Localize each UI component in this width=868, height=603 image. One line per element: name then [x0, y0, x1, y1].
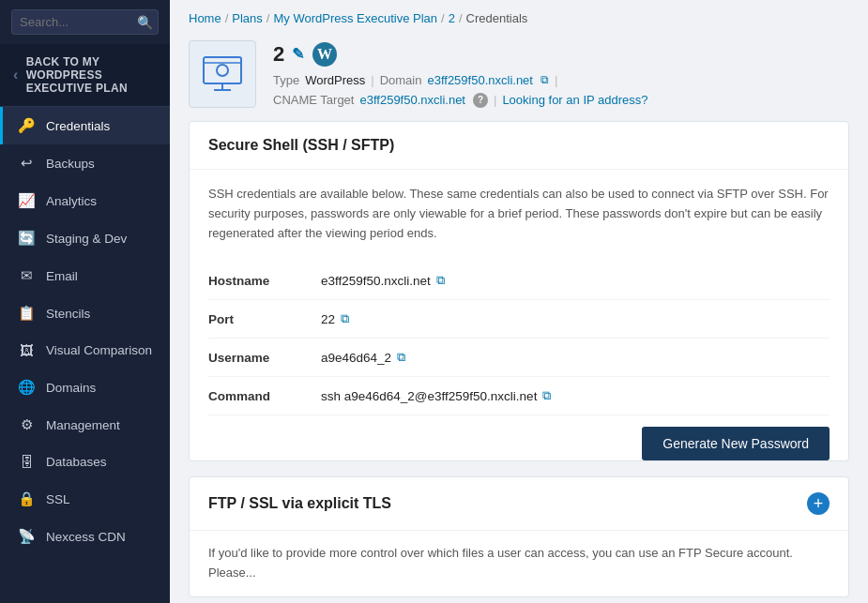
breadcrumb-plan-name[interactable]: My WordPress Executive Plan — [273, 11, 437, 25]
ssl-icon: 🔒 — [18, 490, 35, 507]
staging-icon: 🔄 — [18, 230, 35, 247]
sidebar-item-domains[interactable]: 🌐 Domains — [0, 369, 170, 406]
username-copy-icon[interactable]: ⧉ — [397, 350, 405, 365]
breadcrumb-plan-id[interactable]: 2 — [449, 11, 455, 25]
breadcrumb-sep: / — [459, 11, 463, 25]
sidebar-item-label: Visual Comparison — [46, 343, 152, 357]
hostname-text: e3ff259f50.nxcli.net — [321, 274, 431, 288]
sidebar-item-label: Stencils — [46, 307, 90, 321]
sidebar-item-label: Staging & Dev — [46, 232, 127, 246]
main-content: Home / Plans / My WordPress Executive Pl… — [170, 0, 868, 603]
generate-password-button[interactable]: Generate New Password — [642, 427, 830, 460]
sidebar-item-databases[interactable]: 🗄 Databases — [0, 444, 170, 480]
databases-icon: 🗄 — [18, 454, 35, 470]
sidebar-item-visual-comparison[interactable]: 🖼 Visual Comparison — [0, 332, 170, 369]
sidebar-item-management[interactable]: ⚙ Management — [0, 406, 170, 444]
command-label: Command — [208, 389, 321, 403]
management-icon: ⚙ — [18, 416, 35, 433]
svg-point-3 — [217, 65, 228, 76]
site-icon-box — [189, 40, 256, 108]
hostname-label: Hostname — [208, 274, 321, 288]
search-icon-button[interactable]: 🔍 — [137, 15, 153, 30]
port-text: 22 — [321, 312, 335, 326]
ftp-card-title: FTP / SSL via explicit TLS — [208, 495, 391, 512]
analytics-icon: 📈 — [18, 192, 35, 209]
domains-icon: 🌐 — [18, 379, 35, 396]
wordpress-logo: W — [312, 41, 338, 68]
back-to-plan[interactable]: ‹ BACK TO MY WORDPRESS EXECUTIVE PLAN — [0, 44, 170, 107]
sidebar-item-email[interactable]: ✉ Email — [0, 257, 170, 294]
breadcrumb: Home / Plans / My WordPress Executive Pl… — [170, 0, 868, 33]
domain-copy-icon[interactable]: ⧉ — [541, 73, 549, 86]
port-label: Port — [208, 312, 321, 326]
sidebar-item-label: Backups — [46, 157, 95, 171]
stencils-icon: 📋 — [18, 305, 35, 322]
type-label: Type — [273, 73, 299, 87]
sidebar-nav: 🔑 Credentials ↩ Backups 📈 Analytics 🔄 St… — [0, 107, 170, 555]
command-text: ssh a9e46d64_2@e3ff259f50.nxcli.net — [321, 389, 537, 403]
sidebar-item-analytics[interactable]: 📈 Analytics — [0, 182, 170, 219]
backups-icon: ↩ — [18, 155, 35, 172]
hostname-row: Hostname e3ff259f50.nxcli.net ⧉ — [208, 262, 830, 300]
sidebar-item-ssl[interactable]: 🔒 SSL — [0, 480, 170, 518]
port-row: Port 22 ⧉ — [208, 300, 830, 339]
ftp-card: FTP / SSL via explicit TLS + If you'd li… — [189, 476, 849, 597]
breadcrumb-current: Credentials — [466, 11, 528, 25]
breadcrumb-sep: / — [441, 11, 445, 25]
username-row: Username a9e46d64_2 ⧉ — [208, 339, 830, 377]
visual-comparison-icon: 🖼 — [18, 342, 35, 358]
username-label: Username — [208, 351, 321, 365]
svg-rect-0 — [204, 57, 241, 83]
ssh-info-text: SSH credentials are available below. The… — [208, 185, 830, 243]
breadcrumb-home[interactable]: Home — [189, 11, 221, 25]
header-info: 2 ✎ W Type WordPress | Domain e3ff259f50… — [273, 41, 648, 108]
ftp-info-text: If you'd like to provide more control ov… — [208, 544, 830, 583]
page-title: 2 — [273, 42, 284, 67]
port-copy-icon[interactable]: ⧉ — [341, 311, 349, 326]
header-cname: CNAME Target e3ff259f50.nxcli.net ? | Lo… — [273, 93, 648, 108]
add-section-icon[interactable]: + — [807, 492, 830, 515]
chevron-left-icon: ‹ — [13, 67, 19, 83]
sidebar-item-stencils[interactable]: 📋 Stencils — [0, 294, 170, 332]
username-value: a9e46d64_2 ⧉ — [321, 350, 405, 365]
help-icon[interactable]: ? — [473, 93, 488, 108]
edit-icon[interactable]: ✎ — [292, 45, 304, 63]
ssh-card-header: Secure Shell (SSH / SFTP) — [190, 122, 848, 170]
back-label: BACK TO MY WORDPRESS EXECUTIVE PLAN — [26, 55, 157, 95]
breadcrumb-sep: / — [225, 11, 229, 25]
sidebar-item-nexcess-cdn[interactable]: 📡 Nexcess CDN — [0, 518, 170, 555]
ftp-card-header: FTP / SSL via explicit TLS + — [190, 477, 848, 531]
ftp-card-body: If you'd like to provide more control ov… — [190, 531, 848, 596]
sidebar-item-label: SSL — [46, 492, 70, 506]
sidebar-item-backups[interactable]: ↩ Backups — [0, 144, 170, 182]
monitor-icon — [202, 55, 243, 93]
breadcrumb-plans[interactable]: Plans — [232, 11, 263, 25]
username-text: a9e46d64_2 — [321, 351, 391, 365]
ip-address-link[interactable]: Looking for an IP address? — [502, 93, 647, 107]
cname-value[interactable]: e3ff259f50.nxcli.net — [359, 93, 465, 107]
sidebar-item-label: Domains — [46, 381, 96, 395]
domain-label: Domain — [380, 73, 422, 87]
ssh-card-title: Secure Shell (SSH / SFTP) — [208, 137, 394, 154]
sidebar-item-label: Credentials — [46, 119, 110, 133]
command-copy-icon[interactable]: ⧉ — [542, 388, 551, 403]
ssh-card-body: SSH credentials are available below. The… — [190, 170, 848, 438]
hostname-value: e3ff259f50.nxcli.net ⧉ — [321, 273, 445, 288]
cname-label: CNAME Target — [273, 93, 354, 107]
breadcrumb-sep: / — [266, 11, 270, 25]
sidebar-item-label: Management — [46, 418, 120, 432]
page-header: 2 ✎ W Type WordPress | Domain e3ff259f50… — [170, 33, 868, 121]
sidebar-item-staging[interactable]: 🔄 Staging & Dev — [0, 219, 170, 257]
domain-value[interactable]: e3ff259f50.nxcli.net — [427, 73, 533, 87]
sidebar-item-label: Analytics — [46, 194, 97, 208]
sidebar-item-credentials[interactable]: 🔑 Credentials — [0, 107, 170, 144]
sidebar-item-label: Email — [46, 269, 78, 283]
command-value: ssh a9e46d64_2@e3ff259f50.nxcli.net ⧉ — [321, 388, 551, 403]
sidebar-search-area: 🔍 — [0, 0, 170, 44]
sidebar: 🔍 ‹ BACK TO MY WORDPRESS EXECUTIVE PLAN … — [0, 0, 170, 603]
type-value: WordPress — [305, 73, 365, 87]
command-row: Command ssh a9e46d64_2@e3ff259f50.nxcli.… — [208, 377, 830, 415]
hostname-copy-icon[interactable]: ⧉ — [436, 273, 445, 288]
port-value: 22 ⧉ — [321, 311, 349, 326]
nexcess-cdn-icon: 📡 — [18, 528, 35, 545]
